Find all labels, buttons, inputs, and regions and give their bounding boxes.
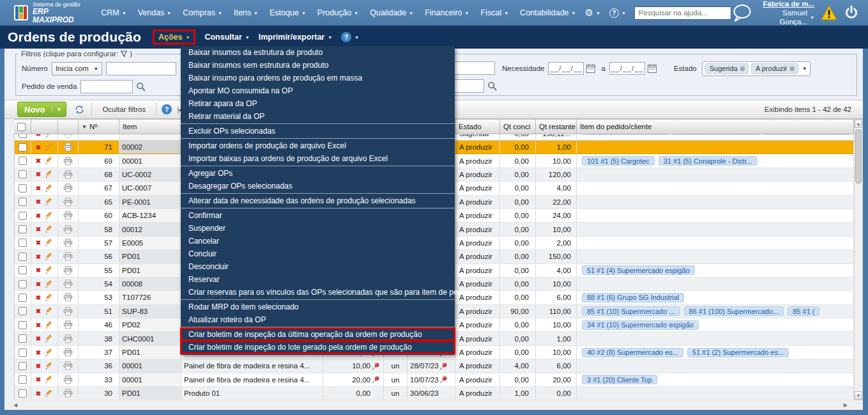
menu-item[interactable]: Suspender (181, 222, 455, 235)
delete-icon[interactable]: ✖ (36, 198, 41, 205)
row-checkbox[interactable] (19, 362, 27, 370)
pin-icon[interactable] (439, 375, 449, 384)
printer-icon[interactable] (63, 320, 73, 329)
order-link-chip[interactable]: 51 #1 (2) Supermercado es... (687, 348, 789, 357)
consultar-menu-button[interactable]: Consultar ▼ (204, 33, 249, 42)
row-checkbox[interactable] (19, 184, 27, 192)
column-header-estado[interactable]: Estado (455, 120, 499, 134)
edit-pencil-icon[interactable] (45, 134, 53, 138)
calendar-icon[interactable] (586, 63, 596, 74)
delete-icon[interactable]: ✖ (36, 335, 41, 342)
page-help-button[interactable]: ? ▼ (341, 32, 359, 42)
menu-item[interactable]: Atualizar roteiro da OP (181, 313, 455, 326)
printer-icon[interactable] (63, 389, 73, 398)
imprimir-exportar-menu-button[interactable]: Imprimir/exportar ▼ (259, 33, 332, 42)
menu-item[interactable]: Baixar insumos sem estrutura de produto (181, 59, 455, 72)
edit-pencil-icon[interactable] (45, 389, 53, 398)
printer-icon[interactable] (63, 225, 73, 234)
menu-item[interactable]: Retirar apara da OP (181, 97, 455, 110)
printer-icon[interactable] (63, 170, 73, 179)
delete-icon[interactable]: ✖ (36, 267, 41, 274)
printer-icon[interactable] (63, 334, 73, 343)
menu-item[interactable]: Importar baixas para ordens de produção … (181, 152, 455, 165)
select-all-checkbox[interactable] (17, 123, 26, 131)
acoes-menu-button[interactable]: Ações ▼ (153, 29, 195, 45)
chat-bubble-icon[interactable] (731, 4, 753, 22)
printer-icon[interactable] (63, 348, 73, 357)
printer-icon[interactable] (63, 266, 73, 275)
printer-icon[interactable] (63, 279, 73, 288)
scroll-up-icon[interactable]: ▲ (855, 120, 862, 128)
menu-item[interactable]: Desagregar OPs selecionadas (181, 180, 455, 192)
column-header-qt-concl[interactable]: Qt concl (499, 120, 535, 134)
menu-item-highlighted[interactable]: Criar boletim de inspeção da última oper… (181, 328, 455, 341)
row-checkbox[interactable] (19, 334, 27, 343)
order-link-chip[interactable] (673, 134, 759, 135)
delete-icon[interactable]: ✖ (36, 376, 41, 383)
printer-icon[interactable] (63, 239, 73, 247)
menu-item[interactable]: Excluir OPs selecionadas (181, 125, 455, 137)
main-menu-contabilidade[interactable]: Contabilidade▼ (515, 6, 580, 20)
menu-item[interactable]: Concluir (181, 247, 455, 260)
main-menu-qualidade[interactable]: Qualidade▼ (365, 6, 418, 20)
main-menu-fiscal[interactable]: Fiscal▼ (476, 6, 514, 20)
edit-pencil-icon[interactable] (45, 157, 53, 165)
grid-help-icon[interactable]: ? (162, 104, 172, 114)
edit-pencil-icon[interactable] (45, 212, 53, 220)
delete-icon[interactable]: ✖ (36, 226, 41, 233)
printer-icon[interactable] (63, 157, 73, 166)
menu-item[interactable]: Baixar insumos da estrutura de produto (181, 46, 455, 59)
order-link-chip[interactable]: 34 #1 (10) Supermercado espigão (582, 320, 699, 330)
delete-icon[interactable]: ✖ (36, 390, 41, 397)
row-checkbox[interactable] (19, 375, 27, 384)
row-checkbox[interactable] (19, 170, 27, 178)
menu-item[interactable]: Baixar insumo para ordens de produção em… (181, 72, 455, 84)
delete-icon[interactable]: ✖ (36, 134, 41, 137)
refresh-icon[interactable] (73, 103, 86, 116)
delete-icon[interactable]: ✖ (36, 281, 41, 288)
edit-pencil-icon[interactable] (45, 239, 53, 247)
edit-pencil-icon[interactable] (45, 225, 53, 233)
order-link-chip[interactable]: 85 #1 ( (788, 306, 819, 316)
calendar-icon[interactable] (647, 63, 657, 74)
help-search-input[interactable] (634, 6, 731, 20)
row-checkbox[interactable] (19, 307, 27, 315)
main-menu-compras[interactable]: Compras▼ (178, 6, 227, 20)
printer-icon[interactable] (63, 198, 73, 207)
edit-pencil-icon[interactable] (45, 294, 53, 302)
menu-item[interactable]: Desconcluir (181, 260, 455, 273)
edit-pencil-icon[interactable] (45, 307, 53, 315)
menu-item-highlighted[interactable]: Criar boletim de inspeção do lote gerado… (181, 341, 455, 354)
main-menu-crm[interactable]: CRM▼ (96, 6, 130, 20)
delete-icon[interactable]: ✖ (36, 308, 41, 315)
order-link-chip[interactable]: 101 #1 (5) Cargotec (582, 156, 655, 166)
chip-remove-icon[interactable]: ⊗ (740, 65, 745, 73)
delete-icon[interactable]: ✖ (36, 363, 41, 370)
order-link-chip[interactable]: 85 #1 (10) Supermercado ... (582, 306, 680, 316)
row-checkbox[interactable] (19, 321, 27, 329)
pin-icon[interactable] (439, 362, 449, 370)
main-menu-produção[interactable]: Produção▼ (313, 6, 363, 20)
edit-pencil-icon[interactable] (45, 253, 53, 261)
printer-icon[interactable] (63, 375, 73, 384)
column-header-qt-restante[interactable]: Qt restante (535, 120, 576, 134)
delete-icon[interactable]: ✖ (36, 144, 41, 151)
row-checkbox[interactable] (19, 225, 27, 233)
printer-icon[interactable] (63, 143, 73, 152)
edit-pencil-icon[interactable] (45, 280, 53, 288)
scrollbar-thumb[interactable] (855, 129, 862, 184)
row-checkbox[interactable] (19, 389, 27, 398)
menu-item[interactable]: Retirar material da OP (181, 110, 455, 123)
column-header-item[interactable]: Item (119, 120, 181, 134)
edit-pencil-icon[interactable] (45, 348, 53, 357)
search-icon[interactable] (487, 81, 497, 91)
edit-pencil-icon[interactable] (45, 321, 53, 329)
horizontal-scrollbar[interactable]: ◀ ▶ (4, 400, 863, 410)
row-checkbox[interactable] (19, 198, 27, 206)
edit-pencil-icon[interactable] (45, 334, 53, 343)
delete-icon[interactable]: ✖ (36, 157, 41, 164)
row-checkbox[interactable] (19, 212, 27, 220)
novo-button[interactable]: Novo ▼ (17, 102, 66, 117)
printer-icon[interactable] (63, 361, 73, 370)
scroll-right-icon[interactable]: ▶ (844, 402, 848, 408)
